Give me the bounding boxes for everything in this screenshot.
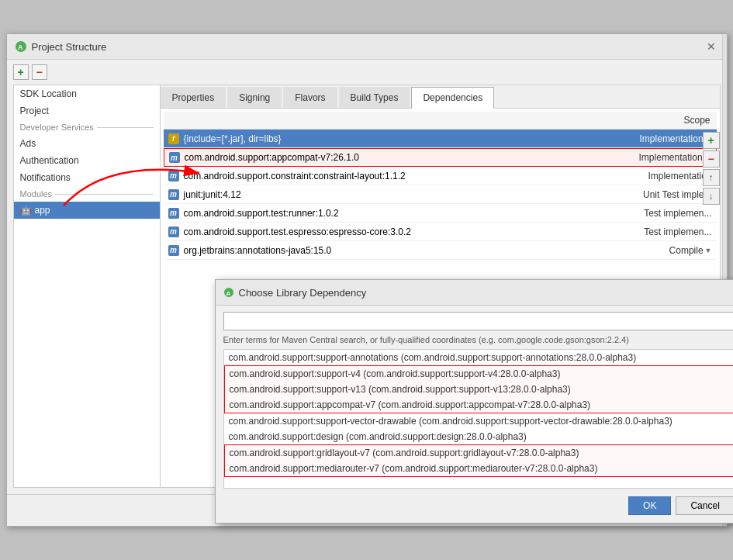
sidebar-item-authentication[interactable]: Authentication bbox=[14, 152, 160, 169]
add-button[interactable]: + bbox=[13, 64, 29, 80]
inner-ok-button[interactable]: OK bbox=[628, 496, 671, 515]
dep-row-1[interactable]: m com.android.support:appcompat-v7:26.1.… bbox=[164, 148, 717, 167]
dep-icon-2: m bbox=[168, 171, 179, 181]
dep-scope-6: Compile bbox=[669, 245, 704, 256]
dep-row-3[interactable]: m junit:junit:4.12 Unit Test imple... bbox=[164, 185, 717, 204]
result-item-4[interactable]: com.android.support:support-vector-drawa… bbox=[224, 413, 734, 429]
dep-row-5[interactable]: m com.android.support.test.espresso:espr… bbox=[164, 223, 717, 241]
sidebar: SDK Location Project Developer Services … bbox=[13, 85, 161, 488]
sidebar-item-sdk-location[interactable]: SDK Location bbox=[14, 85, 160, 102]
dep-dropdown-6[interactable]: ▼ bbox=[705, 247, 712, 254]
dep-name-5: com.android.support.test.espresso:espres… bbox=[184, 226, 611, 237]
result-item-1[interactable]: com.android.support:support-v4 (com.andr… bbox=[225, 366, 734, 382]
dep-row-4[interactable]: m com.android.support.test:runner:1.0.2 … bbox=[164, 204, 717, 223]
dep-scope-1: Implementation bbox=[639, 152, 703, 163]
dep-icon-1: m bbox=[169, 152, 180, 163]
dep-name-1: com.android.support:appcompat-v7:26.1.0 bbox=[185, 152, 610, 163]
sidebar-item-notifications[interactable]: Notifications bbox=[14, 169, 160, 186]
right-action-buttons: + − ↑ ↓ bbox=[703, 132, 720, 205]
tab-flavors[interactable]: Flavors bbox=[283, 87, 337, 108]
dep-row-0[interactable]: f {include=[*.jar], dir=libs} Implementa… bbox=[164, 130, 717, 148]
choose-library-dialog: A Choose Library Dependency ✕ 🔍 bbox=[215, 279, 734, 524]
dep-scope-0: Implementation bbox=[640, 133, 704, 144]
tab-build-types[interactable]: Build Types bbox=[339, 87, 410, 108]
title-bar: A Project Structure ✕ bbox=[7, 34, 727, 60]
svg-text:A: A bbox=[18, 43, 23, 51]
dep-name-3: junit:junit:4.12 bbox=[184, 189, 611, 200]
sidebar-section-developer-services: Developer Services bbox=[14, 119, 160, 135]
sidebar-section-modules: Modules bbox=[14, 186, 160, 202]
dep-icon-3: m bbox=[168, 189, 179, 200]
dep-row-2[interactable]: m com.android.support.constraint:constra… bbox=[164, 167, 717, 185]
inner-title-bar: A Choose Library Dependency ✕ bbox=[216, 280, 734, 306]
add-dep-button[interactable]: + bbox=[703, 132, 720, 149]
inner-cancel-button[interactable]: Cancel bbox=[676, 496, 733, 515]
dialog-title: Project Structure bbox=[32, 41, 107, 53]
search-hint: Enter terms for Maven Central search, or… bbox=[216, 334, 734, 349]
search-area: 🔍 ⚙ bbox=[216, 306, 734, 334]
dep-scope-5: Test implemen... bbox=[644, 226, 711, 237]
inner-title-left: A Choose Library Dependency bbox=[223, 287, 367, 299]
sidebar-item-project[interactable]: Project bbox=[14, 102, 160, 119]
tab-dependencies[interactable]: Dependencies bbox=[411, 87, 494, 109]
result-item-3[interactable]: com.android.support:appcompat-v7 (com.an… bbox=[225, 397, 734, 413]
scope-header: Scope bbox=[680, 113, 713, 127]
dep-name-6: org.jetbrains:annotations-java5:15.0 bbox=[184, 245, 611, 256]
dep-name-0: {include=[*.jar], dir=libs} bbox=[184, 133, 611, 144]
dep-row-6[interactable]: m org.jetbrains:annotations-java5:15.0 C… bbox=[164, 241, 717, 260]
dependencies-list: f {include=[*.jar], dir=libs} Implementa… bbox=[164, 130, 717, 260]
results-area: com.android.support:support-annotations … bbox=[223, 349, 734, 489]
inner-dialog-icon: A bbox=[223, 287, 234, 298]
project-structure-dialog: A Project Structure ✕ + − SDK Location P… bbox=[6, 33, 728, 527]
tabs-bar: Properties Signing Flavors Build Types D… bbox=[161, 85, 720, 109]
result-group-2: com.android.support:gridlayout-v7 (com.a… bbox=[224, 444, 734, 477]
dependencies-panel: Scope f {include=[*.jar], dir=libs} Impl… bbox=[161, 109, 720, 487]
inner-footer: OK Cancel Help bbox=[216, 489, 734, 523]
dep-icon-0: f bbox=[168, 133, 179, 144]
dep-icon-4: m bbox=[168, 208, 179, 219]
tab-signing[interactable]: Signing bbox=[227, 87, 282, 108]
result-item-0[interactable]: com.android.support:support-annotations … bbox=[224, 350, 734, 365]
result-item-7[interactable]: com.android.support:mediarouter-v7 (com.… bbox=[225, 461, 734, 476]
dep-scope-3: Unit Test imple... bbox=[643, 189, 711, 200]
sidebar-item-ads[interactable]: Ads bbox=[14, 135, 160, 152]
result-item-2[interactable]: com.android.support:support-v13 (com.and… bbox=[225, 382, 734, 397]
dep-name-4: com.android.support.test:runner:1.0.2 bbox=[184, 208, 611, 219]
search-input[interactable] bbox=[223, 312, 734, 330]
result-item-5[interactable]: com.android.support:design (com.android.… bbox=[224, 429, 734, 444]
inner-dialog-title: Choose Library Dependency bbox=[239, 287, 367, 299]
content-area: SDK Location Project Developer Services … bbox=[13, 85, 721, 488]
remove-button[interactable]: − bbox=[32, 64, 47, 80]
close-button[interactable]: ✕ bbox=[704, 39, 719, 54]
dep-icon-6: m bbox=[168, 245, 179, 256]
table-header: Scope bbox=[164, 112, 717, 130]
result-item-6[interactable]: com.android.support:gridlayout-v7 (com.a… bbox=[225, 445, 734, 461]
result-group-1: com.android.support:support-v4 (com.andr… bbox=[224, 365, 734, 413]
remove-dep-button[interactable]: − bbox=[703, 150, 720, 168]
dep-name-2: com.android.support.constraint:constrain… bbox=[184, 171, 611, 181]
dep-scope-4: Test implemen... bbox=[644, 208, 711, 219]
move-down-button[interactable]: ↓ bbox=[703, 188, 720, 205]
svg-text:A: A bbox=[226, 290, 230, 297]
main-panel: Properties Signing Flavors Build Types D… bbox=[161, 85, 721, 488]
dep-icon-5: m bbox=[168, 226, 179, 237]
tab-properties[interactable]: Properties bbox=[161, 87, 226, 108]
toolbar: + − bbox=[7, 60, 727, 85]
move-up-button[interactable]: ↑ bbox=[703, 169, 720, 186]
title-bar-left: A Project Structure bbox=[15, 40, 107, 53]
app-icon: A bbox=[15, 40, 27, 53]
sidebar-item-app[interactable]: 🤖app bbox=[14, 202, 160, 219]
